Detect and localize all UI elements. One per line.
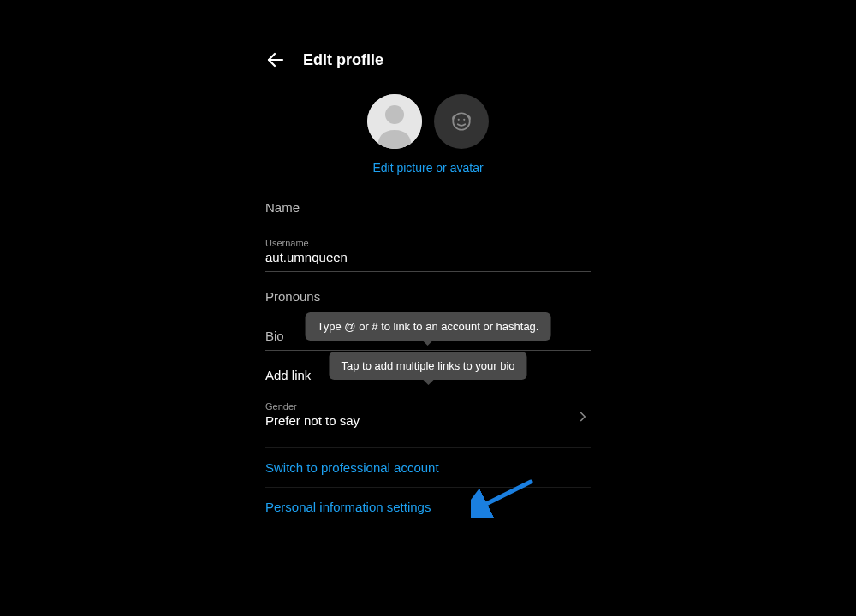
gender-field[interactable]: Gender Prefer not to say	[265, 398, 591, 435]
pronouns-label: Pronouns	[265, 284, 591, 311]
edit-picture-link[interactable]: Edit picture or avatar	[265, 161, 591, 175]
gender-label: Gender	[265, 398, 575, 412]
chevron-right-icon	[575, 409, 591, 424]
svg-point-5	[463, 119, 465, 121]
personal-info-link[interactable]: Personal information settings	[265, 488, 591, 526]
switch-professional-link[interactable]: Switch to professional account	[265, 448, 591, 488]
name-field[interactable]: Name	[265, 195, 591, 222]
back-arrow-icon[interactable]	[265, 50, 286, 70]
pronouns-field[interactable]: Pronouns	[265, 284, 591, 311]
avatar-main[interactable]	[367, 94, 422, 149]
gender-value: Prefer not to say	[265, 412, 575, 435]
username-value: aut.umnqueen	[265, 248, 591, 271]
tooltip-multi-links: Tap to add multiple links to your bio	[329, 352, 526, 380]
svg-point-2	[385, 105, 404, 124]
avatar-secondary[interactable]	[434, 94, 489, 149]
username-field[interactable]: Username aut.umnqueen	[265, 234, 591, 272]
username-label: Username	[265, 234, 591, 248]
tooltip-at-hash: Type @ or # to link to an account or has…	[306, 312, 551, 341]
name-label: Name	[265, 195, 591, 222]
svg-point-4	[458, 119, 460, 121]
page-title: Edit profile	[303, 51, 383, 69]
